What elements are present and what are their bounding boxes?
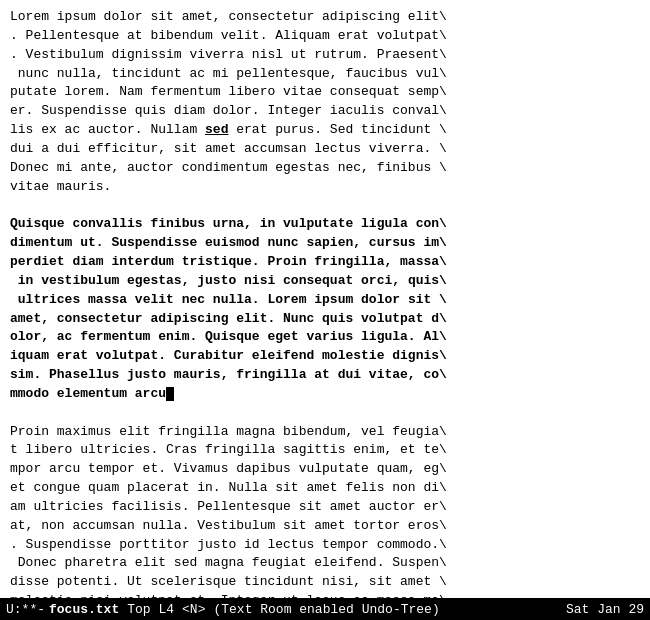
paragraph-3: Proin maximus elit fringilla magna biben… [10,424,447,598]
paragraph-2: Quisque convallis finibus urna, in vulpu… [10,216,447,401]
status-extras: (Text Room enabled Undo-Tree) [213,602,439,617]
status-datetime: Sat Jan 29 [566,602,644,617]
paragraph-1: Lorem ipsum dolor sit amet, consectetur … [10,9,447,194]
status-position: Top L4 [127,602,174,617]
status-filename: focus.txt [49,602,119,617]
status-bar: U:**- focus.txt Top L4 <N> (Text Room en… [0,598,650,620]
text-cursor [166,387,174,401]
status-modified: U:**- [6,602,45,617]
editor-window: Lorem ipsum dolor sit amet, consectetur … [0,0,650,620]
status-mode: <N> [182,602,205,617]
editor-text-area[interactable]: Lorem ipsum dolor sit amet, consectetur … [0,0,650,598]
